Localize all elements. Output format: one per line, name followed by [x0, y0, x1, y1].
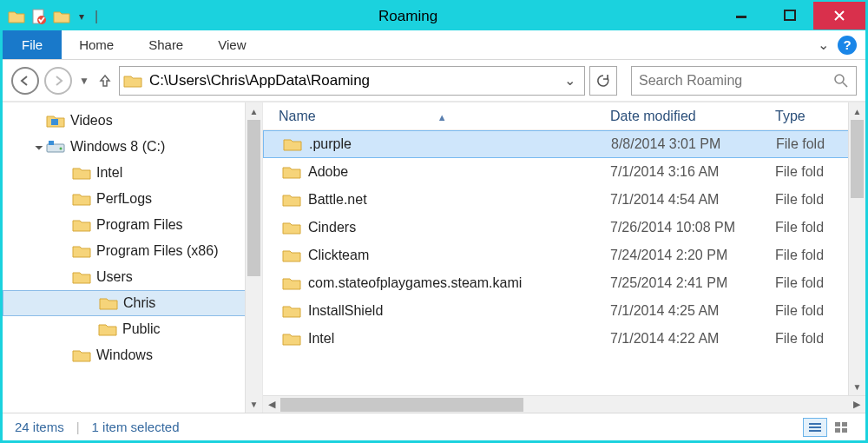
tab-home[interactable]: Home: [62, 30, 131, 59]
tree-item[interactable]: Videos: [3, 108, 262, 134]
search-input[interactable]: [639, 73, 833, 89]
folder-icon: [282, 220, 301, 235]
tab-share[interactable]: Share: [131, 30, 201, 59]
close-button[interactable]: [813, 2, 865, 30]
file-name: Cinders: [308, 220, 356, 235]
tree-item[interactable]: Windows: [3, 342, 262, 368]
folder-icon: [72, 191, 91, 207]
status-bar: 24 items | 1 item selected: [3, 413, 865, 440]
sort-indicator-icon: ▲: [437, 112, 447, 122]
file-name: Adobe: [308, 164, 348, 180]
svg-rect-3: [785, 10, 795, 20]
maximize-button[interactable]: [766, 2, 813, 30]
svg-rect-13: [842, 422, 847, 426]
tree-item[interactable]: Program Files (x86): [3, 238, 262, 264]
folder-icon: [282, 164, 301, 180]
svg-point-4: [835, 75, 844, 83]
address-folder-icon: [123, 73, 142, 89]
title-bar: ▾ | Roaming: [3, 3, 865, 30]
svg-rect-15: [842, 428, 847, 433]
col-date[interactable]: Date modified: [610, 109, 775, 124]
file-scrollbar[interactable]: ▲ ▼: [848, 102, 865, 395]
expander-icon[interactable]: ⏷: [34, 142, 44, 154]
file-date: 8/8/2014 3:01 PM: [611, 136, 776, 152]
nav-tree[interactable]: Videos⏷Windows 8 (C:)IntelPerfLogsProgra…: [3, 102, 263, 413]
tree-item[interactable]: ⏷Windows 8 (C:): [3, 134, 262, 160]
folder-icon: [282, 248, 301, 263]
col-name[interactable]: Name: [279, 109, 316, 123]
tree-item[interactable]: Chris: [3, 290, 262, 316]
tree-item-label: Windows 8 (C:): [70, 139, 165, 155]
refresh-button[interactable]: [589, 66, 617, 96]
qat-dropdown-icon[interactable]: ▾: [76, 10, 88, 23]
tree-item-label: Program Files: [96, 217, 183, 233]
nav-row: ▼ ⌄: [3, 60, 865, 102]
tree-item-label: Users: [96, 269, 133, 285]
svg-rect-14: [835, 428, 840, 433]
file-name: Clickteam: [308, 248, 369, 263]
file-row[interactable]: InstallShield7/1/2014 4:25 AMFile fold: [263, 297, 865, 325]
qat-newfolder-icon[interactable]: [53, 9, 70, 24]
folder-icon: [72, 217, 91, 233]
svg-rect-11: [809, 430, 821, 432]
file-tab[interactable]: File: [3, 30, 62, 59]
folder-icon: [282, 303, 301, 319]
tree-item-label: Videos: [70, 113, 113, 129]
status-count: 24 items: [15, 420, 64, 434]
file-date: 7/1/2014 4:22 AM: [610, 331, 775, 347]
recent-locations-icon[interactable]: ▼: [79, 75, 89, 87]
minimize-button[interactable]: [718, 2, 766, 30]
folder-icon: [72, 165, 91, 181]
tree-scrollbar[interactable]: ▲ ▼: [245, 102, 262, 413]
up-button[interactable]: [96, 72, 114, 89]
search-box[interactable]: [631, 66, 857, 96]
tree-item[interactable]: Public: [3, 316, 262, 342]
file-row[interactable]: Clickteam7/24/2014 2:20 PMFile fold: [263, 241, 865, 269]
folder-icon: [72, 243, 91, 259]
file-date: 7/1/2014 3:16 AM: [610, 164, 775, 180]
back-button[interactable]: [11, 67, 39, 95]
file-row[interactable]: Battle.net7/1/2014 4:54 AMFile fold: [263, 186, 865, 214]
folder-icon: [282, 275, 301, 291]
help-button[interactable]: ?: [838, 36, 857, 55]
tree-item[interactable]: Users: [3, 264, 262, 290]
tree-item[interactable]: PerfLogs: [3, 186, 262, 212]
window-title: Roaming: [98, 8, 718, 25]
folder-icon: [282, 192, 301, 208]
tree-item[interactable]: Intel: [3, 160, 262, 186]
file-name: Intel: [308, 331, 334, 347]
file-name: com.stateofplaygames.steam.kami: [308, 275, 522, 291]
file-pane: Name▲ Date modified Type .purple8/8/2014…: [263, 102, 865, 413]
svg-rect-5: [51, 119, 58, 125]
file-row[interactable]: com.stateofplaygames.steam.kami7/25/2014…: [263, 269, 865, 297]
folder-icon: [99, 295, 118, 311]
forward-button[interactable]: [44, 67, 72, 95]
svg-rect-2: [736, 16, 746, 18]
horizontal-scrollbar[interactable]: ◀ ▶: [263, 395, 865, 413]
tree-item-label: Windows: [96, 347, 153, 363]
file-date: 7/25/2014 2:41 PM: [610, 275, 775, 291]
tree-item-label: Chris: [123, 295, 155, 311]
column-headers[interactable]: Name▲ Date modified Type: [263, 102, 865, 130]
file-row[interactable]: Cinders7/26/2014 10:08 PMFile fold: [263, 214, 865, 241]
tab-view[interactable]: View: [201, 30, 263, 59]
tree-item-label: PerfLogs: [96, 191, 152, 207]
svg-rect-7: [49, 141, 54, 145]
address-dropdown-icon[interactable]: ⌄: [559, 72, 581, 89]
ribbon-expand-icon[interactable]: ⌄: [818, 36, 829, 53]
qat-properties-icon[interactable]: [30, 8, 48, 25]
file-row[interactable]: Intel7/1/2014 4:22 AMFile fold: [263, 325, 865, 353]
svg-rect-10: [809, 426, 821, 428]
search-icon[interactable]: [833, 73, 849, 89]
file-row[interactable]: Adobe7/1/2014 3:16 AMFile fold: [263, 158, 865, 186]
qat-folder-icon[interactable]: [8, 9, 25, 24]
view-icons-button[interactable]: [829, 418, 853, 437]
address-bar[interactable]: ⌄: [119, 66, 585, 96]
svg-point-8: [60, 148, 62, 150]
tree-item[interactable]: Program Files: [3, 212, 262, 238]
file-row[interactable]: .purple8/8/2014 3:01 PMFile fold: [263, 130, 865, 158]
file-name: .purple: [309, 136, 352, 152]
address-input[interactable]: [148, 70, 559, 91]
view-details-button[interactable]: [803, 418, 827, 437]
tree-item-label: Public: [122, 321, 161, 337]
